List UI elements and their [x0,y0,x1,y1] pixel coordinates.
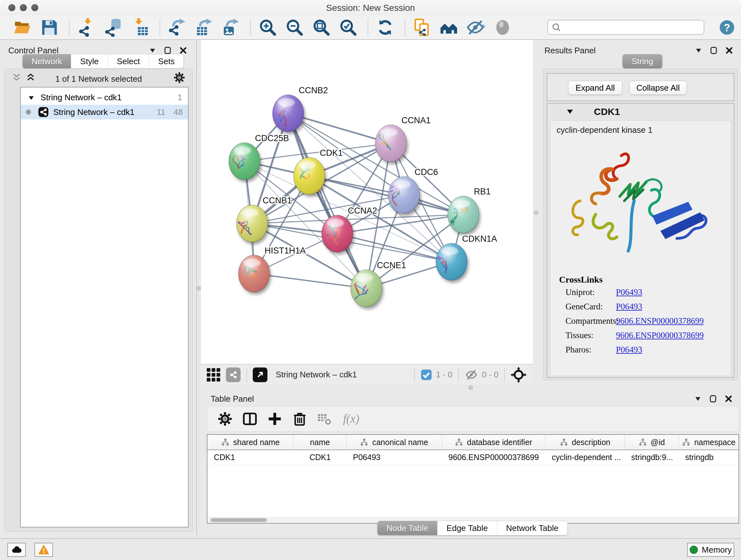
selected-checkbox-icon[interactable] [421,369,432,381]
network-status-dot [26,110,31,115]
save-session-icon[interactable] [40,18,59,37]
crosslink-link[interactable]: 9606.ENSP00000378699 [616,316,704,330]
tab-sets[interactable]: Sets [149,54,184,68]
zoom-in-icon[interactable] [259,18,277,37]
import-network-database-icon[interactable] [104,18,123,37]
splitter-grip[interactable] [197,286,201,291]
svg-text:CCNE1: CCNE1 [377,260,406,270]
tab-string[interactable]: String [623,54,662,68]
splitter-grip[interactable] [468,385,473,390]
clear-table-icon [317,411,332,427]
expand-all-button[interactable]: Expand All [568,81,622,95]
hidden-eye-slash-icon[interactable] [465,368,478,381]
float-panel-icon[interactable] [709,395,718,403]
memory-button[interactable]: Memory [687,543,734,557]
network-row-selected[interactable]: String Network – cdk1 11 48 [21,105,188,119]
svg-text:CDC25B: CDC25B [255,133,289,143]
svg-text:CDKN1A: CDKN1A [462,234,497,244]
network-canvas[interactable]: CCNB2CCNA1CDC25BCDK1CDC6RB1CCNB1CCNA2CDK… [201,40,533,364]
help-icon[interactable]: ? [719,19,735,36]
column-header-database-identifier[interactable]: database identifier [442,435,545,449]
entry-collapse-icon[interactable] [566,108,574,116]
selected-counts: 1 - 0 [436,370,453,380]
crosslink-link[interactable]: P06493 [616,302,643,316]
network-collection-row[interactable]: String Network – cdk1 1 [21,90,188,105]
crosslink-row: GeneCard: P06493 [565,302,725,316]
results-button-box: Expand All Collapse All [547,73,734,101]
zoom-out-icon[interactable] [285,18,304,37]
tab-network-table[interactable]: Network Table [497,521,567,535]
crosslink-link[interactable]: P06493 [616,345,643,359]
column-header-name[interactable]: name [293,435,347,449]
show-all-disabled-icon[interactable] [493,18,512,37]
network-options-gear-icon[interactable] [173,71,185,84]
apply-layout-icon[interactable] [376,18,394,37]
import-network-file-icon[interactable] [77,18,96,37]
birdseye-grid-icon[interactable] [206,368,221,382]
split-columns-icon[interactable] [242,411,258,427]
close-panel-icon[interactable] [179,46,187,55]
panel-menu-icon[interactable] [694,395,702,403]
zoom-fit-icon[interactable] [312,18,331,37]
column-type-icon [455,438,463,446]
open-in-window-icon[interactable] [253,368,267,382]
float-panel-icon[interactable] [164,46,172,55]
network-list: String Network – cdk1 1 String Network –… [20,87,189,527]
table-panel-title: Table Panel [211,394,254,404]
zoom-selected-icon[interactable] [339,18,357,37]
collection-expand-icon[interactable] [28,94,35,101]
close-panel-icon[interactable] [724,395,733,403]
column-type-icon [560,438,568,446]
column-header-shared-name[interactable]: shared name [207,435,293,449]
warning-button[interactable] [35,543,53,557]
splitter-grip[interactable] [534,210,538,215]
fit-selected-crosshair-icon[interactable] [511,367,527,383]
open-session-icon[interactable] [13,18,32,37]
column-header-description[interactable]: description [545,435,625,449]
cloud-button[interactable] [7,543,26,557]
node-table[interactable]: shared namenamecanonical namedatabase id… [207,434,739,518]
home-networks-icon[interactable] [440,18,458,37]
table-cell[interactable]: 9606.ENSP00000378699 [442,450,545,464]
panel-menu-icon[interactable] [694,46,703,55]
tab-select[interactable]: Select [108,54,149,68]
collapse-all-button[interactable]: Collapse All [629,81,687,95]
tab-node-table[interactable]: Node Table [378,521,437,535]
hide-selected-icon[interactable] [467,18,485,37]
float-panel-icon[interactable] [710,46,718,55]
settings-gear-icon[interactable] [217,411,232,427]
tab-network[interactable]: Network [23,54,71,68]
column-header-canonical-name[interactable]: canonical name [347,435,442,449]
export-table-icon[interactable] [195,18,213,37]
network-list-panel: 1 of 1 Network selected String Network –… [4,69,193,532]
search-input[interactable] [547,20,704,35]
tab-edge-table[interactable]: Edge Table [437,521,497,535]
protein-entry-header[interactable]: CDK1 [547,104,734,120]
table-cell[interactable]: P06493 [347,450,442,464]
export-network-icon[interactable] [168,18,186,37]
toolbar-separator [69,19,70,36]
table-row[interactable]: CDK1CDK1P064939606.ENSP00000378699cyclin… [207,450,738,464]
tab-style[interactable]: Style [71,54,108,68]
scrollbar-thumb[interactable] [211,518,267,522]
table-cell[interactable]: cyclin-dependent ... [545,450,625,464]
delete-column-icon[interactable] [292,411,307,427]
close-panel-icon[interactable] [725,46,733,55]
table-cell[interactable]: stringdb:9... [625,450,679,464]
column-header-namespace[interactable]: namespace [679,435,739,449]
import-table-icon[interactable] [131,18,149,37]
crosslink-link[interactable]: 9606.ENSP00000378699 [616,330,704,345]
export-image-icon[interactable] [221,18,240,37]
clone-network-icon[interactable] [413,18,431,37]
network-thumbnail-icon[interactable] [226,368,241,382]
panel-menu-icon[interactable] [148,46,157,55]
crosslink-link[interactable]: P06493 [616,287,643,302]
table-cell[interactable]: stringdb [679,450,739,464]
table-cell[interactable]: CDK1 [207,450,293,464]
column-type-icon [682,438,690,446]
add-column-icon[interactable] [267,411,282,427]
crosslink-label: Compartments: [565,316,616,330]
column-header--id[interactable]: @id [625,435,679,449]
table-cell[interactable]: CDK1 [293,450,347,464]
results-panel-title: Results Panel [544,46,596,56]
